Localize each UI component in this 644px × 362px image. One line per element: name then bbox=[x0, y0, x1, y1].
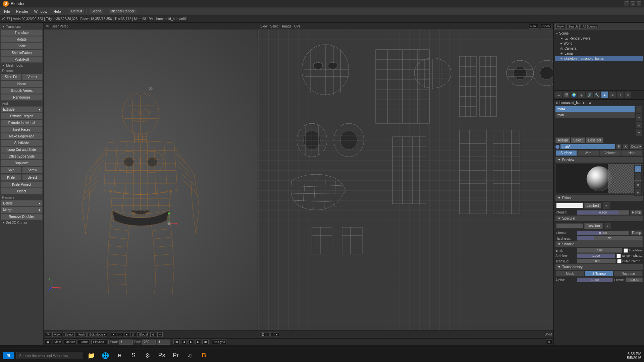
remove-doubles-btn[interactable]: Remove Doubles bbox=[1, 214, 43, 220]
3d-view-btn[interactable]: 👁 bbox=[45, 332, 51, 337]
extrude-region-btn[interactable]: Extrude Region bbox=[1, 113, 43, 119]
diffuse-header[interactable]: ▼ Diffuse bbox=[555, 195, 643, 201]
tab-ztransp[interactable]: Z Transp bbox=[585, 271, 613, 277]
close-button[interactable]: ✕ bbox=[637, 1, 641, 6]
pushpull-btn[interactable]: Push/Pull bbox=[1, 56, 43, 63]
tab-raytrace[interactable]: Raytrace bbox=[614, 271, 643, 277]
mat-slot-c[interactable]: matC bbox=[555, 112, 635, 118]
outliner-item-world[interactable]: ● World bbox=[555, 41, 643, 46]
shadeless-checkbox[interactable] bbox=[624, 248, 628, 253]
viewport-shade-wire[interactable]: ◌ bbox=[117, 332, 123, 337]
transparency-header[interactable]: ▼ Transparency bbox=[555, 264, 643, 270]
3d-mesh-menu[interactable]: Mesh bbox=[76, 332, 87, 337]
mat-add-btn[interactable]: + bbox=[635, 106, 643, 113]
duplicate-btn[interactable]: Duplicate bbox=[1, 160, 43, 166]
outliner-item-scene[interactable]: ▾ Scene bbox=[555, 31, 643, 36]
mat-x-btn[interactable]: ✕ bbox=[623, 144, 629, 149]
keying-btn[interactable]: ⊛ bbox=[546, 340, 552, 344]
ambien-slider[interactable]: 1.000 bbox=[577, 253, 615, 258]
play-btn[interactable]: ▶ bbox=[188, 340, 194, 344]
outliner-item-camera[interactable]: ◎ Camera bbox=[555, 46, 643, 51]
preview-sphere-btn[interactable]: ● bbox=[634, 165, 642, 173]
right-view-tab[interactable]: View bbox=[555, 24, 565, 29]
specular-shader-arrow[interactable]: ▾ bbox=[604, 222, 611, 230]
rotate-btn[interactable]: Rotate bbox=[1, 36, 43, 43]
end-input[interactable] bbox=[142, 340, 156, 345]
tab-volume[interactable]: Volume bbox=[599, 150, 621, 156]
mat-data-btn[interactable]: Data ▾ bbox=[630, 144, 643, 149]
render-props-icon[interactable]: ☁ bbox=[555, 91, 562, 99]
current-frame-input[interactable] bbox=[157, 340, 170, 345]
outliner-item-lamp[interactable]: ☀ Lamp bbox=[555, 51, 643, 56]
start-input[interactable] bbox=[119, 340, 133, 345]
viewport-3d[interactable]: 👁 User Persp bbox=[44, 23, 258, 338]
sync-dropdown[interactable]: No Sync bbox=[212, 340, 226, 344]
scale-btn[interactable]: Scale bbox=[1, 43, 43, 49]
transform-section-header[interactable]: ▼ Transform bbox=[1, 24, 43, 29]
taskbar-app-skype[interactable]: S bbox=[127, 350, 140, 362]
mat-down-btn[interactable]: ▼ bbox=[635, 129, 643, 136]
bb-playback[interactable]: Playback bbox=[91, 340, 107, 344]
object-props-icon[interactable]: ◈ bbox=[578, 91, 585, 99]
transluc-slider[interactable]: 0.000 bbox=[577, 259, 616, 263]
mat-slot-a[interactable]: matA bbox=[555, 106, 635, 112]
shrink-btn[interactable]: Shrink/Fatten bbox=[1, 50, 43, 56]
menu-render[interactable]: Render bbox=[13, 9, 31, 14]
diffuse-color-swatch[interactable] bbox=[556, 203, 583, 208]
maximize-button[interactable]: □ bbox=[631, 1, 635, 6]
specular-intensit-slider[interactable]: 0.500 bbox=[577, 231, 629, 235]
alpha-slider[interactable]: 1.000 bbox=[577, 278, 613, 282]
make-edge-face-btn[interactable]: Make Edge/Face bbox=[1, 133, 43, 139]
layout-selector[interactable]: Default bbox=[69, 9, 84, 13]
viewport-shade-solid[interactable]: ● bbox=[111, 332, 116, 337]
start-button[interactable]: ⊞ bbox=[3, 352, 14, 359]
select-btn[interactable]: Select bbox=[22, 174, 43, 181]
right-scenes-tab[interactable]: All Scenes bbox=[581, 24, 599, 29]
viewport-3d-canvas[interactable]: X Y (1) humanoid_humanf01 bbox=[44, 29, 258, 338]
taskbar-app-chrome[interactable]: 🌐 bbox=[99, 350, 111, 362]
diffuse-shader-btn[interactable]: Lambert bbox=[584, 203, 601, 208]
knife-project-btn[interactable]: Knife Project bbox=[1, 181, 43, 188]
preview-cube-btn[interactable]: ■ bbox=[634, 181, 642, 188]
uv-pin-btn[interactable]: ◎ bbox=[267, 332, 273, 337]
uv-image-btn[interactable]: Image bbox=[282, 24, 291, 28]
subdivide-btn[interactable]: Subdivide bbox=[1, 140, 43, 146]
proportional-edit[interactable]: ○ bbox=[157, 332, 162, 337]
3d-view-menu[interactable]: View bbox=[52, 332, 62, 337]
specular-color-swatch[interactable] bbox=[556, 223, 583, 229]
set-2d-cursor-header[interactable]: ▼ Set 2D Cursor bbox=[1, 220, 43, 225]
specular-ramp-btn[interactable]: Ramp bbox=[630, 230, 643, 235]
bisect-btn[interactable]: Bisect bbox=[1, 188, 43, 194]
cubic-checkbox[interactable] bbox=[617, 259, 622, 263]
slide-ed-btn[interactable]: Slide Ed bbox=[1, 74, 21, 80]
goto-start-btn[interactable]: ⏮ bbox=[173, 340, 180, 344]
taskbar-app-spotify[interactable]: ♫ bbox=[184, 350, 196, 362]
mat-up-btn[interactable]: ▲ bbox=[635, 121, 643, 129]
inset-faces-btn[interactable]: Inset Faces bbox=[1, 126, 43, 133]
preview-header[interactable]: ▼ Preview bbox=[555, 157, 643, 163]
scene-props-icon[interactable]: 🎬 bbox=[562, 91, 570, 99]
mat-f-btn[interactable]: F bbox=[616, 144, 622, 149]
menu-window[interactable]: Window bbox=[32, 9, 50, 14]
viewport-uv[interactable]: View Select Image UVs New Open bbox=[258, 23, 553, 338]
hardness-slider[interactable]: 50 bbox=[577, 236, 643, 241]
outliner-item-renderlayers[interactable]: ► ☁ RenderLayers bbox=[555, 36, 643, 41]
world-props-icon[interactable]: 🌍 bbox=[570, 91, 578, 99]
tab-halo[interactable]: Halo bbox=[621, 150, 643, 156]
taskbar-app-blender[interactable]: B bbox=[198, 350, 210, 362]
viewport-shade-texture[interactable]: ■ bbox=[124, 332, 129, 337]
bb-view[interactable]: View bbox=[53, 340, 62, 344]
specular-shader-btn[interactable]: CookTorr bbox=[584, 223, 603, 229]
goto-end-btn[interactable]: ⏭ bbox=[202, 340, 209, 344]
uv-canvas[interactable] bbox=[258, 29, 553, 338]
randomize-btn[interactable]: Randomize bbox=[1, 94, 43, 101]
modifier-icon[interactable]: 🔧 bbox=[593, 91, 601, 99]
loop-cut-btn[interactable]: Loop Cut and Slide bbox=[1, 146, 43, 153]
merge-dropdown[interactable]: Merge ▾ bbox=[1, 207, 43, 213]
new-image-btn[interactable]: New bbox=[529, 24, 538, 28]
preview-plane-btn[interactable]: □ bbox=[634, 173, 642, 180]
emit-slider[interactable]: 0.00 bbox=[577, 248, 622, 253]
particles-icon[interactable]: ✦ bbox=[616, 91, 624, 99]
noise-btn[interactable]: Noise bbox=[1, 81, 43, 87]
preview-monkey-btn[interactable]: ◈ bbox=[634, 188, 642, 196]
